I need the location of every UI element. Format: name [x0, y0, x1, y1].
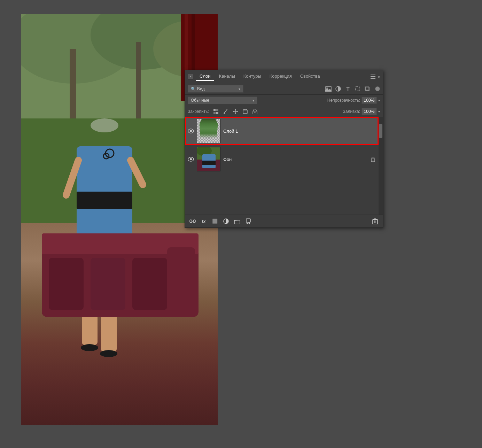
delete-layer-button[interactable] — [371, 217, 379, 225]
lock-artboard-button[interactable] — [242, 108, 249, 115]
background-lock-icon — [370, 156, 376, 162]
panel-header: × Слои Каналы Контуры Коррекция Свойства — [185, 70, 383, 83]
blend-chevron-icon: ▾ — [252, 99, 254, 102]
filter-smart-icon[interactable] — [364, 85, 371, 92]
tab-channels[interactable]: Каналы — [216, 72, 239, 81]
svg-rect-36 — [213, 112, 216, 114]
svg-marker-44 — [233, 111, 234, 112]
svg-point-28 — [326, 87, 328, 89]
opacity-input[interactable]: 100% — [362, 97, 377, 104]
layer-effects-button[interactable]: fx — [200, 217, 208, 225]
svg-rect-37 — [216, 112, 218, 114]
layers-list: Слой 1 Фон — [185, 117, 383, 215]
panel-bottom-toolbar: fx — [185, 215, 383, 227]
panel-close-button[interactable]: × — [188, 74, 193, 79]
link-layers-button[interactable] — [188, 217, 197, 225]
filter-toggle[interactable] — [375, 86, 380, 91]
svg-rect-46 — [243, 110, 247, 114]
svg-rect-65 — [212, 219, 217, 224]
tab-properties[interactable]: Свойства — [297, 72, 324, 81]
fill-section: Заливка: 100% ▾ — [343, 108, 380, 115]
background-visibility-button[interactable] — [188, 156, 194, 162]
search-filter-row: 🔍 Вид ▾ T — [185, 83, 383, 95]
svg-rect-23 — [132, 258, 167, 310]
create-clipping-mask-button[interactable] — [244, 217, 252, 225]
lock-label: Закрепить: — [188, 109, 209, 114]
search-icon: 🔍 — [191, 87, 196, 91]
lock-icons — [212, 108, 258, 115]
search-label: Вид — [197, 86, 205, 91]
svg-rect-12 — [77, 192, 132, 209]
layers-panel: × Слои Каналы Контуры Коррекция Свойства — [185, 70, 383, 228]
svg-point-10 — [91, 118, 118, 132]
tab-paths[interactable]: Контуры — [240, 72, 265, 81]
fill-label: Заливка: — [343, 109, 360, 114]
layer-row-layer1[interactable]: Слой 1 — [185, 117, 379, 145]
opacity-chevron-icon[interactable]: ▾ — [378, 99, 380, 102]
tab-layers[interactable]: Слои — [196, 72, 214, 81]
opacity-section: Непрозрачность: 100% ▾ — [327, 97, 380, 104]
blend-mode-dropdown[interactable]: Обычные ▾ — [188, 96, 257, 104]
search-chevron-icon: ▾ — [239, 87, 240, 91]
svg-rect-64 — [193, 220, 195, 223]
filter-icons: T — [325, 85, 380, 92]
svg-rect-21 — [49, 258, 84, 310]
filter-text-icon[interactable]: T — [344, 85, 351, 92]
svg-point-53 — [190, 130, 192, 132]
svg-point-51 — [254, 112, 255, 113]
svg-point-62 — [373, 160, 373, 161]
layer1-name: Слой 1 — [223, 129, 376, 134]
svg-marker-43 — [235, 113, 236, 114]
svg-marker-45 — [237, 111, 238, 112]
svg-rect-60 — [202, 161, 216, 165]
lock-position-button[interactable] — [232, 108, 239, 115]
svg-rect-22 — [91, 258, 125, 310]
svg-rect-70 — [373, 219, 378, 224]
svg-rect-24 — [167, 247, 195, 310]
new-fill-layer-button[interactable] — [211, 217, 219, 225]
svg-marker-29 — [325, 88, 332, 92]
scrollbar-thumb[interactable] — [379, 124, 382, 138]
lock-paint-button[interactable] — [222, 108, 229, 115]
layer-row-background[interactable]: Фон — [185, 145, 379, 173]
new-adjustment-layer-button[interactable] — [222, 217, 230, 225]
panel-tabs: Слои Каналы Контуры Коррекция Свойства — [196, 72, 370, 81]
layer1-visibility-button[interactable] — [188, 128, 194, 134]
layer-filter-dropdown[interactable]: 🔍 Вид ▾ — [188, 85, 243, 93]
svg-point-55 — [190, 158, 192, 160]
lock-all-button[interactable] — [251, 108, 258, 115]
svg-point-18 — [100, 350, 117, 357]
filter-shape-icon[interactable] — [354, 85, 361, 92]
layers-scrollbar[interactable] — [379, 117, 383, 215]
opacity-label: Непрозрачность: — [327, 98, 360, 103]
svg-point-39 — [224, 113, 225, 114]
background-name: Фон — [223, 157, 367, 162]
fill-chevron-icon[interactable]: ▾ — [378, 110, 380, 114]
svg-point-17 — [81, 344, 98, 351]
tab-correction[interactable]: Коррекция — [266, 72, 295, 81]
filter-adjustment-icon[interactable] — [335, 85, 342, 92]
blend-mode-value: Обычные — [191, 98, 209, 103]
svg-rect-34 — [213, 109, 216, 111]
svg-rect-35 — [216, 109, 218, 111]
layer1-thumbnail — [197, 119, 220, 143]
lock-pixels-button[interactable] — [212, 108, 219, 115]
svg-rect-63 — [190, 220, 192, 223]
filter-pixel-icon[interactable] — [325, 85, 332, 92]
svg-rect-69 — [246, 219, 250, 222]
lock-fill-row: Закрепить: — [185, 106, 383, 117]
svg-rect-31 — [356, 87, 360, 91]
blend-opacity-row: Обычные ▾ Непрозрачность: 100% ▾ — [185, 95, 383, 106]
fill-input[interactable]: 100% — [362, 108, 377, 115]
svg-line-38 — [224, 109, 227, 113]
panel-menu-button[interactable] — [370, 73, 376, 80]
group-layers-button[interactable] — [233, 217, 241, 225]
panel-collapse-button[interactable]: » — [378, 75, 380, 79]
background-thumbnail — [197, 147, 220, 171]
svg-marker-42 — [235, 109, 236, 110]
